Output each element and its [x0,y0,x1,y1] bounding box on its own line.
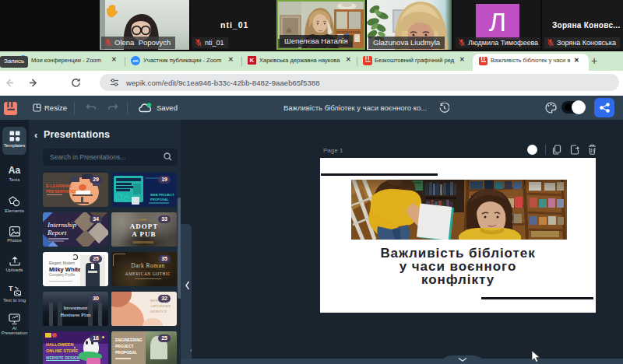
svg-text:T: T [9,285,13,292]
